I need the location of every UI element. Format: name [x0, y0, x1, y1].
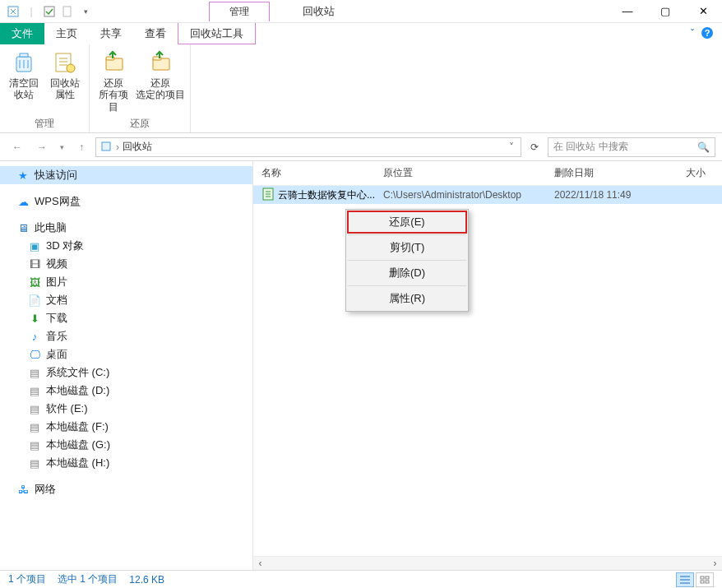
recycle-bin-address-icon: [100, 139, 113, 155]
nav-network[interactable]: 🖧 网络: [0, 480, 252, 498]
context-menu-delete[interactable]: 删除(D): [346, 261, 468, 285]
drive-icon: ▤: [28, 420, 41, 433]
download-icon: ⬇: [28, 312, 41, 325]
navigation-bar: ← → ▾ ↑ › 回收站 ˅ ⟳ 在 回收站 中搜索 🔍: [0, 133, 722, 161]
context-menu-properties[interactable]: 属性(R): [346, 286, 468, 311]
search-box[interactable]: 在 回收站 中搜索 🔍: [548, 137, 715, 157]
nav-pictures[interactable]: 🖼 图片: [0, 273, 252, 291]
ribbon-collapse-icon[interactable]: ˇ: [691, 28, 694, 39]
nav-wps-cloud[interactable]: ☁ WPS网盘: [0, 192, 252, 211]
column-headers: 名称 原位置 删除日期 大小: [253, 161, 722, 186]
nav-videos[interactable]: 🎞 视频: [0, 255, 252, 273]
svg-rect-24: [701, 576, 704, 579]
nav-drive-h[interactable]: ▤ 本地磁盘 (H:): [0, 454, 252, 472]
recycle-bin-icon: [5, 3, 21, 20]
context-menu-cut[interactable]: 剪切(T): [346, 235, 468, 260]
file-deleted-date: 2022/11/18 11:49: [546, 189, 678, 201]
view-large-icons-button[interactable]: [696, 572, 714, 587]
drive-icon: ▤: [28, 456, 41, 470]
nav-quick-access[interactable]: ★ 快速访问: [0, 166, 252, 184]
svg-rect-2: [63, 7, 71, 16]
status-item-count: 1 个项目: [8, 572, 46, 586]
nav-documents[interactable]: 📄 文档: [0, 291, 252, 309]
up-button[interactable]: ↑: [71, 137, 92, 157]
qat-new-icon[interactable]: [59, 3, 76, 20]
window-title: 回收站: [303, 4, 335, 19]
window-controls: — ▢ ✕: [609, 0, 722, 23]
nav-this-pc[interactable]: 🖥 此电脑: [0, 219, 252, 237]
tab-file[interactable]: 文件: [0, 23, 44, 44]
restore-selected-icon: [147, 49, 174, 76]
nav-drive-f[interactable]: ▤ 本地磁盘 (F:): [0, 418, 252, 436]
horizontal-scrollbar[interactable]: ‹ ›: [253, 556, 722, 570]
drive-icon: ▤: [28, 384, 41, 397]
tab-view[interactable]: 查看: [133, 23, 178, 44]
recycle-bin-properties-button[interactable]: 回收站 属性: [46, 48, 84, 115]
quick-access-icon: ★: [16, 169, 30, 182]
scroll-left-icon[interactable]: ‹: [253, 558, 267, 569]
drive-icon: ▤: [28, 438, 41, 451]
nav-drive-g[interactable]: ▤ 本地磁盘 (G:): [0, 436, 252, 454]
search-icon[interactable]: 🔍: [697, 141, 710, 153]
view-details-button[interactable]: [676, 572, 694, 587]
navigation-pane: ★ 快速访问 ☁ WPS网盘 🖥 此电脑 ▣ 3D 对象 🎞 视频 🖼 图片 📄…: [0, 161, 253, 570]
svg-rect-6: [20, 53, 28, 57]
ribbon-group-restore: 还原 所有项目 还原 选定的项目 还原: [90, 44, 191, 132]
breadcrumb-location[interactable]: 回收站: [123, 140, 152, 154]
refresh-button[interactable]: ⟳: [525, 137, 544, 157]
title-bar: | ▾ 管理 回收站 — ▢ ✕: [0, 0, 722, 23]
restore-all-button[interactable]: 还原 所有项目: [95, 48, 132, 115]
group-label-restore: 还原: [95, 115, 185, 131]
back-button[interactable]: ←: [7, 137, 28, 157]
scroll-right-icon[interactable]: ›: [708, 558, 722, 569]
close-button[interactable]: ✕: [684, 0, 722, 23]
address-bar[interactable]: › 回收站 ˅: [95, 137, 521, 157]
picture-icon: 🖼: [28, 275, 41, 289]
file-original-location: C:\Users\Administrator\Desktop: [375, 189, 546, 201]
drive-icon: ▤: [28, 366, 41, 379]
tab-share[interactable]: 共享: [89, 23, 133, 44]
restore-selected-button[interactable]: 还原 选定的项目: [136, 48, 185, 115]
nav-drive-d[interactable]: ▤ 本地磁盘 (D:): [0, 382, 252, 400]
ribbon: 清空回 收站 回收站 属性 管理 还原 所有项目 还原: [0, 44, 722, 133]
help-icon[interactable]: ?: [701, 26, 714, 42]
nav-downloads[interactable]: ⬇ 下载: [0, 309, 252, 327]
nav-music[interactable]: ♪ 音乐: [0, 327, 252, 345]
svg-rect-1: [44, 7, 54, 16]
qat-dropdown-icon[interactable]: ▾: [77, 3, 94, 20]
column-name[interactable]: 名称: [253, 166, 375, 180]
network-icon: 🖧: [16, 483, 30, 496]
column-size[interactable]: 大小: [678, 166, 722, 180]
content-pane: 名称 原位置 删除日期 大小 云骑士数据恢复中心... C:\Users\Adm…: [253, 161, 722, 570]
history-dropdown[interactable]: ▾: [56, 137, 67, 157]
tab-recycle-bin-tools[interactable]: 回收站工具: [178, 23, 256, 44]
cloud-icon: ☁: [16, 195, 30, 208]
column-original-location[interactable]: 原位置: [375, 166, 546, 180]
nav-drive-e[interactable]: ▤ 软件 (E:): [0, 400, 252, 418]
forward-button[interactable]: →: [31, 137, 53, 157]
breadcrumb-separator-icon[interactable]: ›: [116, 141, 119, 153]
desktop-icon: 🖵: [28, 348, 41, 361]
nav-3d-objects[interactable]: ▣ 3D 对象: [0, 237, 252, 255]
nav-drive-c[interactable]: ▤ 系统文件 (C:): [0, 363, 252, 382]
ribbon-group-manage: 清空回 收站 回收站 属性 管理: [0, 44, 90, 132]
status-selection: 选中 1 个项目: [58, 572, 118, 586]
qat-divider: |: [23, 3, 39, 20]
context-menu-restore[interactable]: 还原(E): [346, 210, 468, 234]
column-deleted-date[interactable]: 删除日期: [546, 166, 678, 180]
svg-rect-25: [706, 576, 709, 579]
search-placeholder: 在 回收站 中搜索: [553, 140, 628, 154]
empty-recycle-bin-button[interactable]: 清空回 收站: [5, 48, 43, 115]
minimize-button[interactable]: —: [609, 0, 646, 23]
file-list[interactable]: 云骑士数据恢复中心... C:\Users\Administrator\Desk…: [253, 186, 722, 556]
list-item[interactable]: 云骑士数据恢复中心... C:\Users\Administrator\Desk…: [253, 186, 722, 204]
svg-rect-27: [706, 581, 709, 583]
computer-icon: 🖥: [16, 221, 30, 234]
document-icon: 📄: [28, 294, 41, 307]
svg-point-11: [67, 64, 75, 72]
maximize-button[interactable]: ▢: [646, 0, 684, 23]
qat-properties-icon[interactable]: [41, 3, 58, 20]
nav-desktop[interactable]: 🖵 桌面: [0, 345, 252, 363]
tab-home[interactable]: 主页: [44, 23, 89, 44]
address-dropdown-icon[interactable]: ˅: [506, 141, 517, 153]
